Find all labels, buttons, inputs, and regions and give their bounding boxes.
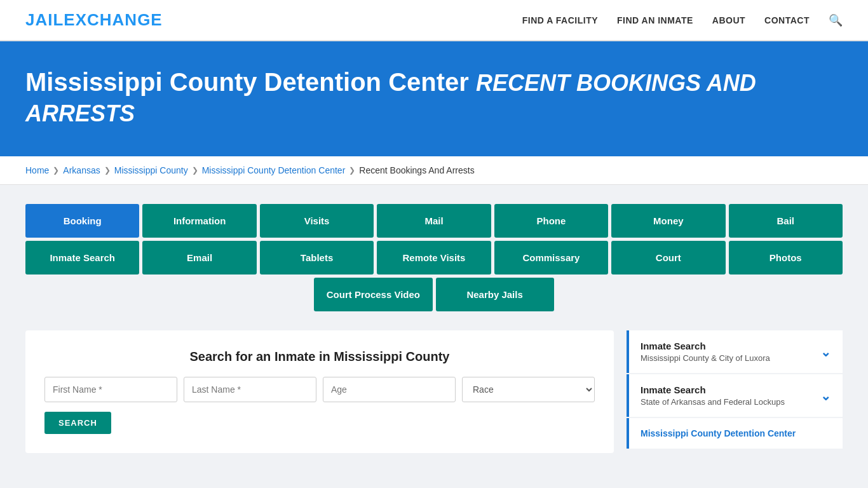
tab-photos[interactable]: Photos [729,241,843,274]
search-fields: Race [44,377,595,402]
breadcrumb-home[interactable]: Home [25,165,49,175]
hero-section: Mississippi County Detention Center RECE… [0,41,868,156]
logo-part1: JAIL [25,10,64,29]
search-icon[interactable]: 🔍 [829,13,843,27]
breadcrumb-sep-4: ❯ [349,166,355,175]
sidebar-title-1: Inmate Search [641,341,770,351]
breadcrumb-sep-1: ❯ [53,166,59,175]
tab-row-2: Inmate Search Email Tablets Remote Visit… [25,241,843,274]
tab-nearby-jails[interactable]: Nearby Jails [436,278,554,311]
hero-title-main: Mississippi County Detention Center [25,68,469,96]
tab-court-process-video[interactable]: Court Process Video [314,278,432,311]
nav-find-inmate[interactable]: FIND AN INMATE [617,15,693,25]
logo-part2: EXCHANGE [64,10,162,29]
sidebar: Inmate Search Mississippi County & City … [627,330,843,450]
sidebar-title-2: Inmate Search [641,384,785,395]
breadcrumb-sep-2: ❯ [104,166,111,175]
breadcrumb: Home ❯ Arkansas ❯ Mississippi County ❯ M… [0,156,868,185]
race-select[interactable]: Race [462,377,595,402]
breadcrumb-arkansas[interactable]: Arkansas [63,165,100,175]
tab-mail[interactable]: Mail [377,204,491,238]
sidebar-item-inmate-search-ar[interactable]: Inmate Search State of Arkansas and Fede… [627,374,843,417]
tab-bail[interactable]: Bail [729,204,843,238]
tab-row-3: Court Process Video Nearby Jails [25,278,843,311]
nav-find-facility[interactable]: FIND A FACILITY [522,15,598,25]
chevron-down-icon-2: ⌄ [820,388,831,403]
tab-row-1: Booking Information Visits Mail Phone Mo… [25,204,843,238]
tab-remote-visits[interactable]: Remote Visits [377,241,491,274]
tab-tablets[interactable]: Tablets [260,241,374,274]
tab-booking[interactable]: Booking [25,204,139,238]
breadcrumb-current: Recent Bookings And Arrests [359,165,474,175]
breadcrumb-ms-county[interactable]: Mississippi County [114,165,188,175]
tab-phone[interactable]: Phone [494,204,608,238]
tab-information[interactable]: Information [142,204,256,238]
nav-about[interactable]: ABOUT [712,15,745,25]
sidebar-subtitle-1: Mississippi County & City of Luxora [641,353,770,363]
tab-visits[interactable]: Visits [260,204,374,238]
content-area: Search for an Inmate in Mississippi Coun… [25,330,843,453]
main-content: Booking Information Visits Mail Phone Mo… [0,185,868,472]
last-name-input[interactable] [184,377,316,402]
page-title: Mississippi County Detention Center RECE… [25,67,843,128]
tab-money[interactable]: Money [611,204,725,238]
sidebar-item-inmate-search-ms[interactable]: Inmate Search Mississippi County & City … [627,330,843,373]
site-logo[interactable]: JAILEXCHANGE [25,10,163,30]
search-button[interactable]: SEARCH [44,412,111,434]
sidebar-subtitle-2: State of Arkansas and Federal Lockups [641,397,785,407]
nav-contact[interactable]: CONTACT [764,15,810,25]
first-name-input[interactable] [44,377,177,402]
main-nav: FIND A FACILITY FIND AN INMATE ABOUT CON… [522,13,843,27]
age-input[interactable] [323,377,456,402]
breadcrumb-ms-dc[interactable]: Mississippi County Detention Center [202,165,346,175]
tab-court[interactable]: Court [611,241,725,274]
inmate-search-box: Search for an Inmate in Mississippi Coun… [25,330,614,453]
tab-inmate-search[interactable]: Inmate Search [25,241,139,274]
tab-email[interactable]: Email [142,241,256,274]
sidebar-ms-dc[interactable]: Mississippi County Detention Center [627,418,843,449]
header: JAILEXCHANGE FIND A FACILITY FIND AN INM… [0,0,868,41]
breadcrumb-sep-3: ❯ [192,166,198,175]
search-title: Search for an Inmate in Mississippi Coun… [44,349,595,364]
tab-commissary[interactable]: Commissary [494,241,608,274]
chevron-down-icon-1: ⌄ [820,344,831,360]
